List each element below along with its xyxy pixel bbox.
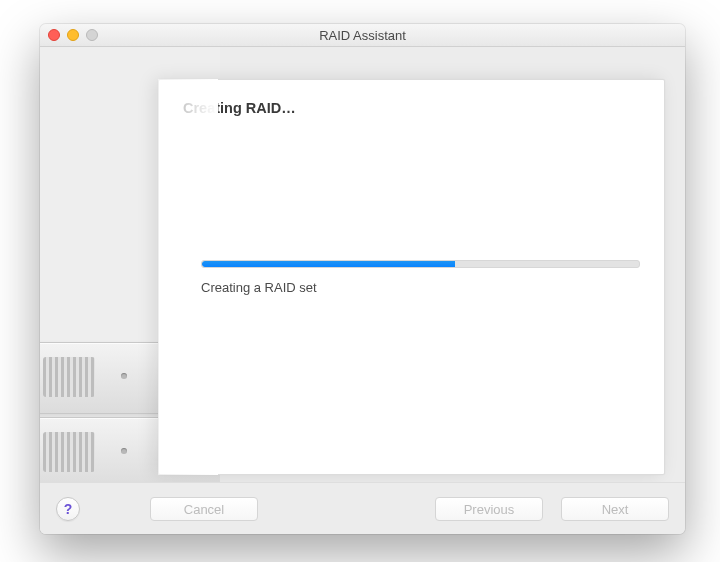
next-button: Next (561, 497, 669, 521)
progress-section: Creating a RAID set (201, 260, 640, 295)
help-button[interactable]: ? (56, 497, 80, 521)
previous-button: Previous (435, 497, 543, 521)
content-sheet: Creating RAID… Creating a RAID set (158, 79, 665, 475)
progress-fill (202, 261, 455, 267)
traffic-lights (48, 29, 98, 41)
progress-bar (201, 260, 640, 268)
minimize-icon[interactable] (67, 29, 79, 41)
next-button-label: Next (602, 502, 629, 517)
previous-button-label: Previous (464, 502, 515, 517)
help-icon: ? (64, 501, 73, 517)
cancel-button: Cancel (150, 497, 258, 521)
page-title: Creating RAID… (183, 100, 640, 116)
zoom-icon (86, 29, 98, 41)
window-title: RAID Assistant (319, 28, 406, 43)
titlebar: RAID Assistant (40, 24, 685, 47)
cancel-button-label: Cancel (184, 502, 224, 517)
window-body: Creating RAID… Creating a RAID set ? Can… (40, 47, 685, 534)
app-window: RAID Assistant Creating RAID… Creating a… (40, 24, 685, 534)
progress-status-text: Creating a RAID set (201, 280, 640, 295)
close-icon[interactable] (48, 29, 60, 41)
footer-bar: ? Cancel Previous Next (40, 482, 685, 534)
